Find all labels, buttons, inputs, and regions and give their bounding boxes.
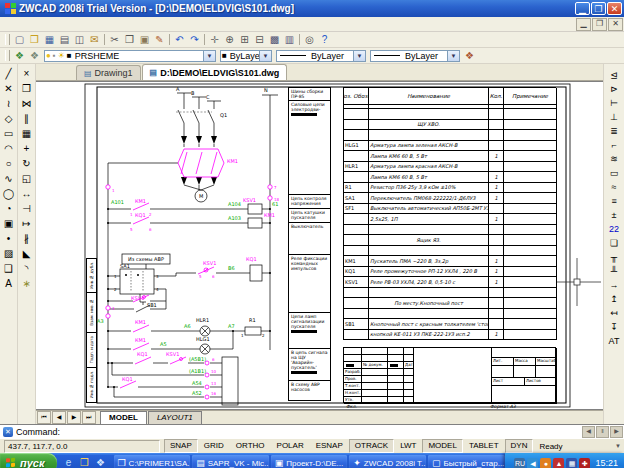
rectangle-icon[interactable]: ▭ <box>1 126 17 141</box>
elec-tool-7-icon[interactable]: ≋ <box>606 152 623 166</box>
find-icon[interactable]: ◎ <box>302 33 317 46</box>
status-toggle-model[interactable]: MODEL <box>422 439 462 453</box>
layer-manager-icon[interactable]: ❖ <box>12 49 27 62</box>
statusbar-menu-arrow-icon[interactable]: ▼ <box>615 443 621 449</box>
cut-icon[interactable]: ✂ <box>107 33 122 46</box>
elec-tool-10-icon[interactable]: ≡ <box>606 194 623 208</box>
zoom-window-icon[interactable]: ⊞ <box>237 33 252 46</box>
rotate-icon[interactable]: ↻ <box>19 156 35 171</box>
save-icon[interactable]: ▦ <box>42 33 57 46</box>
move-icon[interactable]: + <box>19 141 35 156</box>
scroll-right-icon[interactable]: ▶ <box>610 426 623 438</box>
ellipse-arc-icon[interactable]: ◔ <box>1 201 17 216</box>
elec-tool-5-icon[interactable]: ≣ <box>606 124 623 138</box>
chevron-down-icon[interactable]: ▼ <box>203 51 215 61</box>
ie-icon[interactable]: e <box>62 456 76 468</box>
erase-icon[interactable]: × <box>19 66 35 81</box>
redo-icon[interactable]: ↷ <box>187 33 202 46</box>
taskbar-window-button-3[interactable]: ✦ZWCAD 2008i T... <box>349 455 426 468</box>
text-icon[interactable]: A <box>1 276 17 291</box>
document-tab-0[interactable]: ▤Drawing1 <box>76 65 141 80</box>
array-icon[interactable]: ▦ <box>19 126 35 141</box>
print-preview-icon[interactable]: ◫ <box>72 33 87 46</box>
command-scrollbar[interactable]: ◀ ‖ ▶ <box>582 426 624 437</box>
zoom-realtime-icon[interactable]: ⊕ <box>222 33 237 46</box>
fillet-icon[interactable]: ◝ <box>19 261 35 276</box>
extend-icon[interactable]: ↦ <box>19 216 35 231</box>
taskbar-window-button-0[interactable]: ❒C:\PRIMER1\SA... <box>114 455 191 468</box>
status-toggle-otrack[interactable]: OTRACK <box>349 439 394 453</box>
linetype-combo[interactable]: ByLayer ▼ <box>276 50 366 62</box>
elec-tool-6-icon[interactable]: ⌐ <box>606 138 623 152</box>
elec-tool-15-icon[interactable]: ╨ <box>606 264 623 278</box>
help-icon[interactable]: ? <box>317 33 332 46</box>
polygon-icon[interactable]: ◇ <box>1 111 17 126</box>
elec-tool-1-icon[interactable]: ⊴ <box>606 68 623 82</box>
status-toggle-grid[interactable]: GRID <box>198 439 230 453</box>
spline-icon[interactable]: ∿ <box>1 171 17 186</box>
elec-tool-4-icon[interactable]: ⊥ <box>606 110 623 124</box>
layer-previous-icon[interactable]: ❖ <box>27 49 42 62</box>
arc-icon[interactable]: ◠ <box>1 141 17 156</box>
scale-icon[interactable]: ◱ <box>19 171 35 186</box>
close-button[interactable]: ✕ <box>607 2 622 15</box>
copy-object-icon[interactable]: ❐ <box>19 81 35 96</box>
elec-tool-17-icon[interactable]: ↥ <box>606 292 623 306</box>
ellipse-icon[interactable]: ◯ <box>1 186 17 201</box>
doc-restore-button[interactable]: ❐ <box>592 18 607 31</box>
hatch-icon[interactable]: ▨ <box>1 246 17 261</box>
elec-tool-8-icon[interactable]: ▭ <box>606 166 623 180</box>
show-desktop-icon[interactable]: ❖ <box>94 456 108 468</box>
elec-tool-12-icon[interactable]: 22 <box>606 222 623 236</box>
print-icon[interactable]: ▤ <box>57 33 72 46</box>
polyline-icon[interactable]: ≀ <box>1 96 17 111</box>
color-combo[interactable]: ■ ByLayer ▼ <box>220 50 272 62</box>
stretch-icon[interactable]: ↔ <box>19 186 35 201</box>
offset-icon[interactable]: ∥ <box>19 111 35 126</box>
pan-icon[interactable]: ✛ <box>207 33 222 46</box>
designcenter-icon[interactable]: ▥ <box>282 33 297 46</box>
point-icon[interactable]: • <box>1 231 17 246</box>
layer-combo[interactable]: ●▪☀■ PRSHEME ▼ <box>44 50 216 62</box>
status-toggle-tablet[interactable]: TABLET <box>463 439 505 453</box>
document-tab-1[interactable]: ▤D:\DEMO\ELDVIG\S101.dwg <box>142 64 288 80</box>
taskbar-window-button-2[interactable]: ▣Проект-D:\DE... <box>271 455 348 468</box>
region-icon[interactable]: ❑ <box>1 261 17 276</box>
maximize-button[interactable]: ❐ <box>591 2 606 15</box>
explode-icon[interactable]: ∗ <box>19 276 35 291</box>
zoom-previous-icon[interactable]: ⊟ <box>252 33 267 46</box>
paste-icon[interactable]: ▣ <box>137 33 152 46</box>
construction-line-icon[interactable]: ✕ <box>1 81 17 96</box>
tray-network-icon[interactable]: ▦ <box>566 458 577 468</box>
tray-update-icon[interactable]: ● <box>540 458 551 468</box>
elec-tool-2-icon[interactable]: ⊳ <box>606 82 623 96</box>
match-properties-icon[interactable]: ✎ <box>152 33 167 46</box>
toolbar-grip[interactable] <box>5 34 10 45</box>
drawing-canvas[interactable]: ABCNQ1КМ1М1А101718КМ112А104KSV161КQ156А1… <box>36 81 603 410</box>
undo-icon[interactable]: ↶ <box>172 33 187 46</box>
trim-icon[interactable]: ⊣ <box>19 201 35 216</box>
elec-tool-18-icon[interactable]: ↤ <box>606 306 623 320</box>
elec-tool-16-icon[interactable]: → <box>606 278 623 292</box>
status-toggle-lwt[interactable]: LWT <box>394 439 422 453</box>
break-icon[interactable]: ∦ <box>19 231 35 246</box>
command-line[interactable]: ✕ Command: ◀ ‖ ▶ <box>0 424 624 438</box>
circle-icon[interactable]: ○ <box>1 156 17 171</box>
line-icon[interactable]: ╱ <box>1 66 17 81</box>
insert-block-icon[interactable]: ▣ <box>1 216 17 231</box>
taskbar-window-button-4[interactable]: ▢Быстрый_стар... <box>428 455 505 468</box>
minimize-button[interactable]: ▁ <box>575 2 590 15</box>
doc-close-button[interactable]: ✕ <box>608 18 623 31</box>
elec-tool-14-icon[interactable]: ╥ <box>606 250 623 264</box>
elec-tool-9-icon[interactable]: ≈ <box>606 180 623 194</box>
status-toggle-ortho[interactable]: ORTHO <box>230 439 271 453</box>
elec-tool-19-icon[interactable]: ↧ <box>606 320 623 334</box>
elec-tool-11-icon[interactable]: ± <box>606 208 623 222</box>
chevron-down-icon[interactable]: ▼ <box>447 51 459 61</box>
scroll-left-icon[interactable]: ◀ <box>582 426 595 438</box>
folder-icon[interactable]: ❒ <box>78 456 92 468</box>
title-bar[interactable]: ZWCAD 2008i Trial Version - [D:\DEMO\ELD… <box>0 0 624 17</box>
chevron-down-icon[interactable]: ▼ <box>259 51 271 61</box>
command-window-icon[interactable]: ✕ <box>3 427 13 437</box>
tray-antivirus-icon[interactable]: ▲ <box>553 458 564 468</box>
